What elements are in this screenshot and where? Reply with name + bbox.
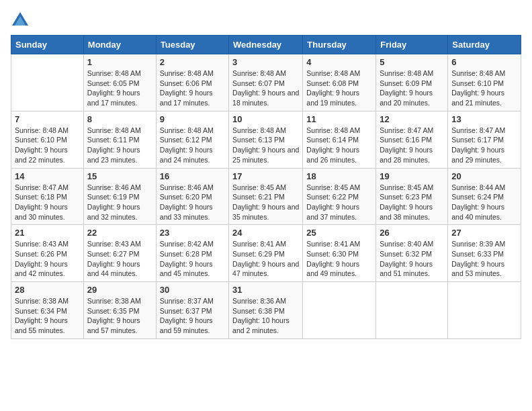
- calendar-cell: 26 Sunrise: 8:40 AM Sunset: 6:32 PM Dayl…: [376, 225, 448, 282]
- daylight-text: Daylight: 9 hours and 22 minutes.: [15, 146, 68, 164]
- calendar-cell: 29 Sunrise: 8:38 AM Sunset: 6:35 PM Dayl…: [83, 282, 156, 339]
- calendar-cell: 21 Sunrise: 8:43 AM Sunset: 6:26 PM Dayl…: [11, 225, 84, 282]
- calendar-cell: 12 Sunrise: 8:47 AM Sunset: 6:16 PM Dayl…: [376, 111, 448, 168]
- day-info: Sunrise: 8:48 AM Sunset: 6:11 PM Dayligh…: [87, 126, 152, 165]
- sunrise-text: Sunrise: 8:42 AM: [160, 240, 214, 248]
- daylight-text: Daylight: 9 hours and 23 minutes.: [87, 146, 140, 164]
- sunrise-text: Sunrise: 8:48 AM: [87, 126, 141, 134]
- sunrise-text: Sunrise: 8:43 AM: [87, 240, 141, 248]
- daylight-text: Daylight: 9 hours and 42 minutes.: [15, 260, 68, 278]
- day-header-saturday: Saturday: [448, 36, 521, 54]
- sunrise-text: Sunrise: 8:48 AM: [160, 126, 214, 134]
- day-info: Sunrise: 8:39 AM Sunset: 6:33 PM Dayligh…: [451, 239, 517, 279]
- day-number: 1: [87, 57, 152, 67]
- sunset-text: Sunset: 6:16 PM: [380, 136, 432, 144]
- day-header-wednesday: Wednesday: [229, 36, 303, 54]
- sunset-text: Sunset: 6:14 PM: [306, 136, 359, 144]
- calendar-cell: 9 Sunrise: 8:48 AM Sunset: 6:12 PM Dayli…: [156, 111, 228, 168]
- day-number: 22: [87, 228, 152, 238]
- daylight-text: Daylight: 9 hours and 59 minutes.: [160, 316, 213, 334]
- daylight-text: Daylight: 9 hours and 49 minutes.: [306, 260, 359, 278]
- day-number: 4: [306, 57, 372, 67]
- calendar-cell: 23 Sunrise: 8:42 AM Sunset: 6:28 PM Dayl…: [156, 225, 228, 282]
- day-info: Sunrise: 8:42 AM Sunset: 6:28 PM Dayligh…: [160, 239, 225, 279]
- daylight-text: Daylight: 9 hours and 29 minutes.: [451, 146, 504, 164]
- sunset-text: Sunset: 6:19 PM: [87, 193, 140, 201]
- sunrise-text: Sunrise: 8:48 AM: [380, 69, 433, 77]
- day-number: 7: [15, 114, 80, 124]
- sunset-text: Sunset: 6:10 PM: [451, 79, 504, 87]
- day-info: Sunrise: 8:48 AM Sunset: 6:05 PM Dayligh…: [87, 68, 152, 108]
- daylight-text: Daylight: 9 hours and 28 minutes.: [380, 146, 433, 164]
- day-info: Sunrise: 8:46 AM Sunset: 6:20 PM Dayligh…: [160, 183, 225, 222]
- day-number: 6: [451, 57, 517, 67]
- sunset-text: Sunset: 6:30 PM: [306, 250, 359, 258]
- sunrise-text: Sunrise: 8:45 AM: [306, 183, 360, 191]
- sunrise-text: Sunrise: 8:45 AM: [380, 183, 433, 191]
- day-info: Sunrise: 8:43 AM Sunset: 6:27 PM Dayligh…: [87, 239, 152, 279]
- day-number: 28: [15, 285, 80, 295]
- calendar-cell: 13 Sunrise: 8:47 AM Sunset: 6:17 PM Dayl…: [448, 111, 521, 168]
- day-number: 14: [15, 171, 80, 181]
- day-number: 2: [160, 57, 225, 67]
- sunset-text: Sunset: 6:08 PM: [306, 79, 359, 87]
- daylight-text: Daylight: 9 hours and 44 minutes.: [87, 260, 140, 278]
- day-info: Sunrise: 8:48 AM Sunset: 6:07 PM Dayligh…: [232, 68, 299, 108]
- day-number: 8: [87, 114, 152, 124]
- sunset-text: Sunset: 6:23 PM: [380, 193, 432, 201]
- day-info: Sunrise: 8:47 AM Sunset: 6:16 PM Dayligh…: [380, 126, 444, 165]
- week-row-2: 7 Sunrise: 8:48 AM Sunset: 6:10 PM Dayli…: [11, 111, 521, 168]
- day-info: Sunrise: 8:47 AM Sunset: 6:17 PM Dayligh…: [451, 126, 517, 165]
- daylight-text: Daylight: 10 hours and 2 minutes.: [232, 316, 290, 334]
- calendar-cell: 6 Sunrise: 8:48 AM Sunset: 6:10 PM Dayli…: [448, 54, 521, 111]
- sunrise-text: Sunrise: 8:48 AM: [160, 69, 214, 77]
- day-info: Sunrise: 8:48 AM Sunset: 6:12 PM Dayligh…: [160, 126, 225, 165]
- day-info: Sunrise: 8:48 AM Sunset: 6:14 PM Dayligh…: [306, 126, 372, 165]
- day-info: Sunrise: 8:36 AM Sunset: 6:38 PM Dayligh…: [232, 296, 299, 336]
- day-header-friday: Friday: [376, 36, 448, 54]
- calendar-cell: 24 Sunrise: 8:41 AM Sunset: 6:29 PM Dayl…: [229, 225, 303, 282]
- sunrise-text: Sunrise: 8:44 AM: [451, 183, 505, 191]
- sunset-text: Sunset: 6:21 PM: [232, 193, 285, 201]
- calendar-cell: [376, 282, 448, 339]
- calendar-cell: 25 Sunrise: 8:41 AM Sunset: 6:30 PM Dayl…: [303, 225, 376, 282]
- day-number: 9: [160, 114, 225, 124]
- day-number: 24: [232, 228, 299, 238]
- calendar-cell: 28 Sunrise: 8:38 AM Sunset: 6:34 PM Dayl…: [11, 282, 84, 339]
- sunset-text: Sunset: 6:32 PM: [380, 250, 432, 258]
- daylight-text: Daylight: 9 hours and 30 minutes.: [15, 203, 68, 221]
- logo-icon: [11, 11, 30, 30]
- day-info: Sunrise: 8:45 AM Sunset: 6:23 PM Dayligh…: [380, 183, 444, 222]
- day-number: 15: [87, 171, 152, 181]
- sunrise-text: Sunrise: 8:48 AM: [232, 126, 286, 134]
- day-number: 29: [87, 285, 152, 295]
- calendar-cell: 4 Sunrise: 8:48 AM Sunset: 6:08 PM Dayli…: [303, 54, 376, 111]
- sunrise-text: Sunrise: 8:46 AM: [87, 183, 141, 191]
- sunrise-text: Sunrise: 8:36 AM: [232, 297, 286, 305]
- day-info: Sunrise: 8:48 AM Sunset: 6:09 PM Dayligh…: [380, 68, 444, 108]
- sunrise-text: Sunrise: 8:39 AM: [451, 240, 505, 248]
- sunrise-text: Sunrise: 8:47 AM: [451, 126, 505, 134]
- day-number: 21: [15, 228, 80, 238]
- calendar-cell: 18 Sunrise: 8:45 AM Sunset: 6:22 PM Dayl…: [303, 168, 376, 225]
- calendar-table: SundayMondayTuesdayWednesdayThursdayFrid…: [11, 35, 521, 339]
- day-info: Sunrise: 8:48 AM Sunset: 6:06 PM Dayligh…: [160, 68, 225, 108]
- calendar-cell: 30 Sunrise: 8:37 AM Sunset: 6:37 PM Dayl…: [156, 282, 228, 339]
- sunset-text: Sunset: 6:34 PM: [15, 307, 67, 315]
- daylight-text: Daylight: 9 hours and 21 minutes.: [451, 89, 504, 107]
- sunrise-text: Sunrise: 8:45 AM: [232, 183, 286, 191]
- sunrise-text: Sunrise: 8:47 AM: [15, 183, 69, 191]
- day-info: Sunrise: 8:43 AM Sunset: 6:26 PM Dayligh…: [15, 239, 80, 279]
- day-info: Sunrise: 8:37 AM Sunset: 6:37 PM Dayligh…: [160, 296, 225, 336]
- week-row-5: 28 Sunrise: 8:38 AM Sunset: 6:34 PM Dayl…: [11, 282, 521, 339]
- sunrise-text: Sunrise: 8:48 AM: [15, 126, 69, 134]
- calendar-cell: 14 Sunrise: 8:47 AM Sunset: 6:18 PM Dayl…: [11, 168, 84, 225]
- calendar-cell: 31 Sunrise: 8:36 AM Sunset: 6:38 PM Dayl…: [229, 282, 303, 339]
- day-number: 31: [232, 285, 299, 295]
- week-row-3: 14 Sunrise: 8:47 AM Sunset: 6:18 PM Dayl…: [11, 168, 521, 225]
- calendar-cell: 20 Sunrise: 8:44 AM Sunset: 6:24 PM Dayl…: [448, 168, 521, 225]
- calendar-cell: 5 Sunrise: 8:48 AM Sunset: 6:09 PM Dayli…: [376, 54, 448, 111]
- sunrise-text: Sunrise: 8:48 AM: [306, 69, 360, 77]
- sunset-text: Sunset: 6:11 PM: [87, 136, 140, 144]
- sunrise-text: Sunrise: 8:38 AM: [15, 297, 69, 305]
